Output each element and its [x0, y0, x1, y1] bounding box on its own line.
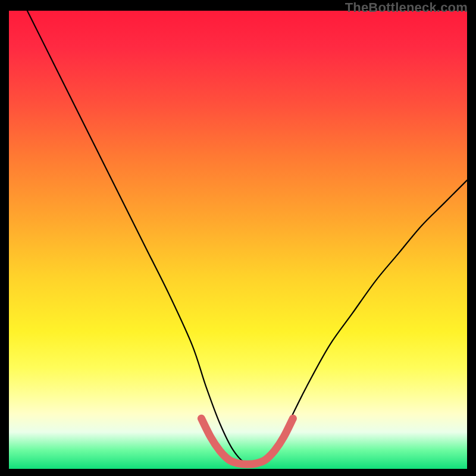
sweet-spot-band-path	[201, 418, 293, 464]
chart-lines	[9, 11, 467, 469]
chart-frame: TheBottleneck.com	[0, 0, 476, 476]
watermark-text: TheBottleneck.com	[345, 0, 468, 15]
chart-plot-area	[9, 11, 467, 469]
bottleneck-curve-path	[27, 11, 467, 466]
